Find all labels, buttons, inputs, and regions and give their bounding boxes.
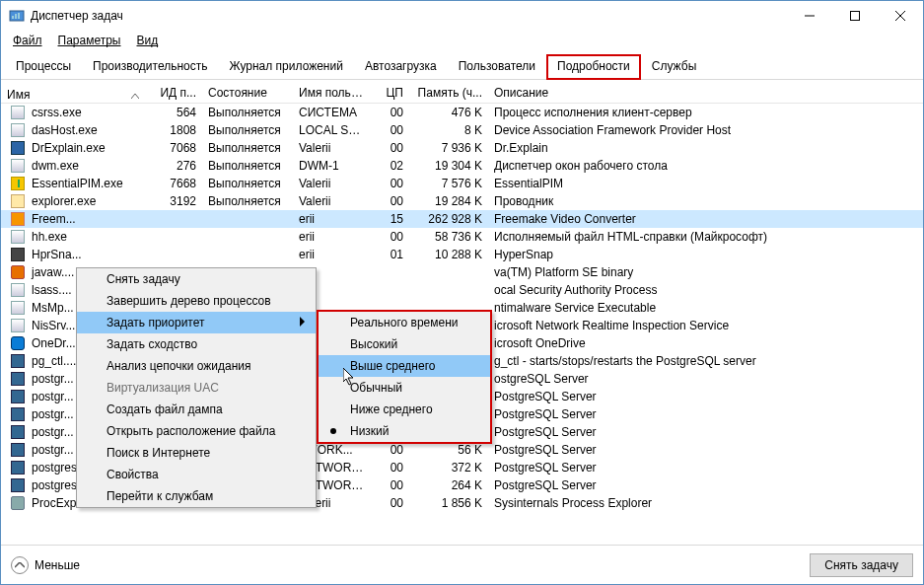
tab-performance[interactable]: Производительность	[82, 54, 218, 80]
fewer-details-label: Меньше	[35, 558, 80, 572]
tab-startup[interactable]: Автозагрузка	[354, 54, 448, 80]
priority-menu-item[interactable]: Низкий	[319, 420, 490, 442]
table-row[interactable]: csrss.exe564ВыполняетсяСИСТЕМА00476 KПро…	[1, 104, 923, 121]
priority-menu-label: Ниже среднего	[350, 402, 433, 416]
fewer-details-button[interactable]: Меньше	[11, 556, 80, 574]
cell-description: ostgreSQL Server	[488, 372, 923, 386]
cell-description: Sysinternals Process Explorer	[488, 496, 923, 510]
cell-description: EssentialPIM	[488, 177, 923, 190]
cell-cpu: 02	[370, 159, 409, 173]
process-icon	[10, 193, 26, 209]
process-icon	[10, 300, 26, 316]
cell-memory: 1 856 K	[409, 496, 488, 510]
cell-description: Dr.Explain	[488, 141, 923, 155]
process-icon	[10, 158, 26, 174]
sort-ascending-icon	[131, 88, 139, 102]
cell-cpu: 00	[370, 230, 409, 244]
cell-user: Valerii	[293, 194, 370, 208]
context-menu-item[interactable]: Открыть расположение файла	[77, 420, 316, 442]
svg-rect-5	[851, 12, 860, 21]
process-icon	[10, 353, 26, 369]
context-menu-item[interactable]: Поиск в Интернете	[77, 442, 316, 464]
context-menu-item[interactable]: Задать приоритет	[77, 312, 316, 333]
table-row[interactable]: dwm.exe276ВыполняетсяDWM-10219 304 KДисп…	[1, 157, 923, 175]
col-status[interactable]: Состояние	[202, 86, 293, 103]
table-row[interactable]: Freem...erii15262 928 KFreemake Video Co…	[1, 210, 923, 228]
tab-users[interactable]: Пользователи	[448, 54, 546, 80]
process-name: MsMp...	[32, 301, 74, 315]
cell-pid: 276	[145, 159, 202, 173]
cell-cpu: 00	[370, 177, 409, 190]
cell-user: LOCAL SE...	[293, 123, 370, 137]
col-pid[interactable]: ИД п...	[145, 86, 202, 103]
priority-menu-item[interactable]: Реального времени	[319, 312, 490, 333]
context-menu-item[interactable]: Создать файл дампа	[77, 399, 316, 420]
col-description[interactable]: Описание	[488, 86, 905, 103]
window-title: Диспетчер задач	[31, 9, 787, 23]
process-icon	[10, 442, 26, 458]
maximize-button[interactable]	[832, 1, 878, 31]
cell-description: PostgreSQL Server	[488, 461, 923, 475]
priority-menu-label: Выше среднего	[350, 359, 435, 373]
tab-processes[interactable]: Процессы	[5, 54, 82, 80]
table-row[interactable]: EssentialPIM.exe7668ВыполняетсяValerii00…	[1, 175, 923, 192]
cell-status: Выполняется	[202, 141, 293, 155]
cell-status: Выполняется	[202, 106, 293, 119]
menu-view[interactable]: Вид	[128, 32, 166, 49]
priority-menu-item[interactable]: Обычный	[319, 377, 490, 399]
context-menu-item[interactable]: Снять задачу	[77, 268, 316, 290]
table-row[interactable]: hh.exeerii0058 736 KИсполняемый файл HTM…	[1, 228, 923, 246]
cell-description: PostgreSQL Server	[488, 390, 923, 403]
svg-rect-1	[12, 16, 14, 19]
context-menu-item[interactable]: Свойства	[77, 464, 316, 485]
table-row[interactable]: explorer.exe3192ВыполняетсяValerii0019 2…	[1, 192, 923, 210]
table-row[interactable]: HprSna...erii0110 288 KHyperSnap	[1, 246, 923, 263]
cell-memory: 58 736 K	[409, 230, 488, 244]
col-memory[interactable]: Память (ч...	[409, 86, 488, 103]
task-manager-window: Диспетчер задач Файл Параметры Вид Проце…	[0, 0, 924, 585]
cell-description: icrosoft OneDrive	[488, 336, 923, 350]
context-menu-item[interactable]: Перейти к службам	[77, 485, 316, 507]
process-icon	[10, 406, 26, 422]
minimize-button[interactable]	[787, 1, 832, 31]
svg-rect-3	[18, 13, 20, 19]
process-name: pg_ctl....	[32, 354, 76, 368]
cell-memory: 372 K	[409, 461, 488, 475]
cell-cpu: 00	[370, 443, 409, 457]
cell-cpu: 00	[370, 106, 409, 119]
process-icon	[10, 477, 26, 493]
menu-options[interactable]: Параметры	[50, 32, 129, 49]
tab-services[interactable]: Службы	[641, 54, 707, 80]
cell-user: erii	[293, 230, 370, 244]
table-row[interactable]: dasHost.exe1808ВыполняетсяLOCAL SE...008…	[1, 121, 923, 139]
col-name[interactable]: Имя	[1, 86, 145, 103]
tab-details[interactable]: Подробности	[546, 54, 641, 80]
tab-app-history[interactable]: Журнал приложений	[219, 54, 354, 80]
context-menu-item[interactable]: Завершить дерево процессов	[77, 290, 316, 312]
context-menu-item[interactable]: Задать сходство	[77, 333, 316, 355]
cell-status: Выполняется	[202, 159, 293, 173]
priority-menu-label: Обычный	[350, 381, 402, 395]
process-icon	[10, 318, 26, 333]
cell-cpu: 00	[370, 461, 409, 475]
cell-user: Valerii	[293, 141, 370, 155]
process-icon	[10, 176, 26, 191]
col-user[interactable]: Имя польз...	[293, 86, 370, 103]
priority-menu-label: Высокий	[350, 337, 397, 351]
cell-user: erii	[293, 248, 370, 261]
priority-menu-item[interactable]: Выше среднего	[319, 355, 490, 377]
cell-cpu: 00	[370, 141, 409, 155]
col-cpu[interactable]: ЦП	[370, 86, 409, 103]
table-row[interactable]: DrExplain.exe7068ВыполняетсяValerii007 9…	[1, 139, 923, 157]
priority-menu-item[interactable]: Ниже среднего	[319, 399, 490, 420]
priority-menu-item[interactable]: Высокий	[319, 333, 490, 355]
app-icon	[9, 8, 25, 24]
context-menu: Снять задачуЗавершить дерево процессовЗа…	[76, 267, 317, 508]
context-menu-item[interactable]: Анализ цепочки ожидания	[77, 355, 316, 377]
menu-file[interactable]: Файл	[5, 32, 50, 49]
close-button[interactable]	[878, 1, 923, 31]
process-icon	[10, 282, 26, 298]
end-task-button[interactable]: Снять задачу	[810, 553, 913, 577]
process-icon	[10, 495, 26, 511]
cell-cpu: 00	[370, 496, 409, 510]
